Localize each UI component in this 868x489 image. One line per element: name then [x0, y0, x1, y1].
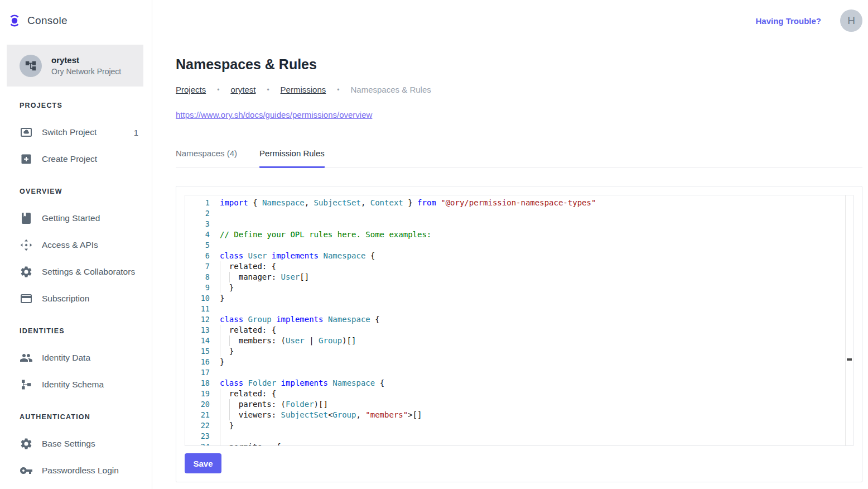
sidebar-item-label: Getting Started [42, 213, 100, 223]
code-token: , [305, 198, 314, 207]
code-token: } [220, 421, 234, 430]
line-number: 20 [185, 399, 210, 410]
sidebar-item-passwordless-login[interactable]: Passwordless Login [0, 457, 152, 484]
save-button[interactable]: Save [185, 453, 221, 473]
code-token: Namespace [332, 378, 375, 387]
code-line: } [220, 357, 845, 367]
line-number: 16 [185, 357, 210, 367]
sidebar-item-base-settings[interactable]: Base Settings [0, 430, 152, 457]
gear-icon [20, 265, 33, 279]
breadcrumb-orytest[interactable]: orytest [230, 85, 255, 94]
code-token: User [248, 251, 267, 260]
sidebar-item-getting-started[interactable]: Getting Started [0, 205, 152, 232]
indent-guide [220, 431, 220, 442]
code-line: members: (User | Group)[] [220, 335, 845, 346]
section-title-identities: IDENTITIES [0, 327, 152, 335]
code-token: User [281, 272, 300, 281]
sidebar-item-label: Access & APIs [42, 240, 98, 250]
sidebar-item-access-apis[interactable]: Access & APIs [0, 232, 152, 258]
having-trouble-link[interactable]: Having Trouble? [755, 16, 821, 26]
code-line: class Group implements Namespace { [220, 314, 845, 325]
line-number: 13 [185, 325, 210, 335]
scrollbar-marker [847, 358, 852, 361]
code-line: class User implements Namespace { [220, 251, 845, 261]
tab-permission-rules[interactable]: Permission Rules [259, 148, 325, 168]
code-token: | [305, 336, 319, 345]
project-name: orytest [51, 55, 121, 65]
code-line: class Folder implements Namespace { [220, 378, 845, 389]
add-box-icon [20, 152, 33, 166]
sidebar-item-switch-project[interactable]: Switch Project 1 [0, 119, 152, 146]
breadcrumb-projects[interactable]: Projects [176, 85, 206, 94]
code-line [220, 240, 845, 251]
indent-guide [220, 282, 220, 293]
tab-namespaces[interactable]: Namespaces (4) [176, 148, 237, 167]
code-token: permits = { [220, 442, 281, 445]
user-avatar[interactable]: H [840, 9, 862, 32]
indent-guide [220, 325, 220, 335]
indent-guide [229, 272, 230, 282]
code-line: viewers: SubjectSet<Group, "members">[] [220, 410, 845, 420]
code-token: class [220, 315, 243, 324]
sidebar-item-identity-data[interactable]: Identity Data [0, 344, 152, 371]
code-line: // Define your OPL rules here. Some exam… [220, 229, 845, 240]
move-arrows-icon [20, 238, 33, 252]
project-subtitle: Ory Network Project [51, 67, 121, 76]
editor-gutter: 123456789101112131415161718192021222324 [185, 195, 210, 445]
code-token: SubjectSet [314, 198, 361, 207]
docs-link[interactable]: https://www.ory.sh/docs/guides/permissio… [176, 110, 372, 119]
indent-guide [220, 346, 220, 357]
indent-guide [220, 389, 220, 399]
book-icon [20, 212, 33, 225]
line-number: 23 [185, 431, 210, 442]
editor-scrollbar[interactable] [845, 195, 853, 445]
breadcrumb-permissions[interactable]: Permissions [281, 85, 326, 94]
code-token: Folder [286, 400, 314, 409]
code-token: "@ory/permission-namespace-types" [441, 198, 596, 207]
code-line [220, 431, 845, 442]
ory-logo-icon [8, 14, 21, 27]
project-count-badge: 1 [134, 128, 138, 137]
line-number: 21 [185, 410, 210, 420]
code-token: implements [281, 378, 328, 387]
code-token: class [220, 251, 243, 260]
editor-card: 123456789101112131415161718192021222324 … [176, 186, 862, 482]
code-line: } [220, 346, 845, 357]
line-number: 14 [185, 335, 210, 346]
line-number: 6 [185, 251, 210, 261]
code-token: Folder [248, 378, 277, 387]
code-line: import { Namespace, SubjectSet, Context … [220, 198, 845, 208]
sidebar-item-identity-schema[interactable]: Identity Schema [0, 371, 152, 398]
code-token: Context [370, 198, 403, 207]
top-header: Having Trouble? H [755, 0, 862, 41]
code-token: Namespace [323, 251, 365, 260]
main-content: Having Trouble? H Namespaces & Rules Pro… [152, 0, 868, 489]
code-token: import [220, 198, 248, 207]
brand-name: Console [27, 15, 67, 27]
code-token: , [361, 198, 370, 207]
code-token: { [365, 251, 375, 260]
schema-icon [20, 378, 33, 391]
project-selector[interactable]: orytest Ory Network Project [7, 45, 143, 87]
line-number: 24 [185, 442, 210, 446]
app-root: Console orytest Ory Network Project PROJ… [0, 0, 868, 489]
code-editor[interactable]: 123456789101112131415161718192021222324 … [185, 195, 853, 446]
code-token [267, 251, 271, 260]
code-token: )[] [342, 336, 356, 345]
editor-code: import { Namespace, SubjectSet, Context … [210, 195, 845, 445]
line-number: 1 [185, 198, 210, 208]
code-token: { [370, 315, 380, 324]
sidebar-item-settings-collaborators[interactable]: Settings & Collaborators [0, 258, 152, 285]
sidebar-item-label: Settings & Collaborators [42, 267, 135, 277]
code-token [243, 315, 248, 324]
section-title-projects: PROJECTS [0, 102, 152, 109]
sidebar-item-create-project[interactable]: Create Project [0, 146, 152, 172]
line-number: 9 [185, 282, 210, 293]
code-line: } [220, 293, 845, 304]
section-title-overview: OVERVIEW [0, 188, 152, 195]
code-token [243, 378, 248, 387]
key-icon [20, 464, 33, 477]
code-line [220, 219, 845, 229]
code-token: related: { [220, 262, 276, 271]
sidebar-item-subscription[interactable]: Subscription [0, 285, 152, 312]
